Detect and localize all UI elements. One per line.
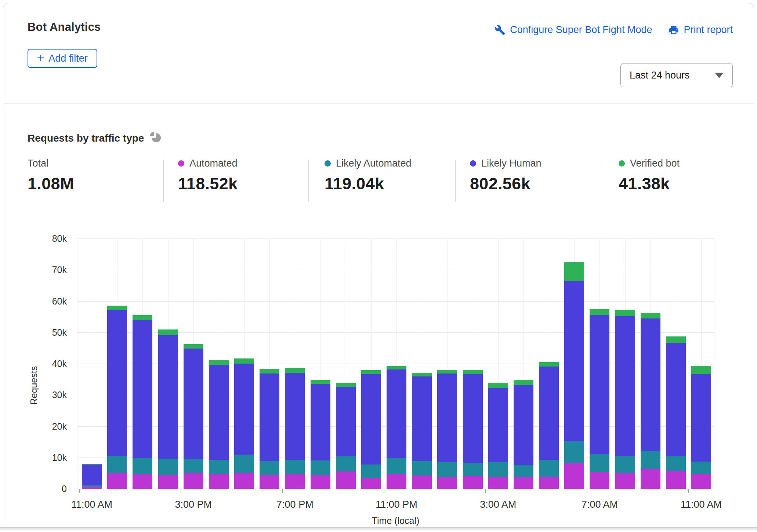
bar-2-00-pm[interactable]	[158, 329, 178, 489]
configure-super-bot-fight-mode-link[interactable]: Configure Super Bot Fight Mode	[495, 24, 652, 36]
automated-segment	[387, 474, 406, 489]
bar-8-00-pm[interactable]	[311, 380, 330, 489]
bar-6-00-pm[interactable]	[260, 369, 279, 489]
y-axis-tick-label: 10k	[34, 452, 67, 463]
bar-12-00-am[interactable]	[412, 373, 432, 489]
verified-bot-segment	[184, 344, 203, 349]
automated-segment	[285, 474, 305, 489]
verified-bot-segment	[691, 366, 711, 374]
verified-bot-segment	[514, 380, 533, 385]
legend-dot	[470, 160, 476, 167]
stat-divider	[601, 160, 601, 202]
verified-bot-segment	[666, 336, 686, 343]
bar-8-00-am[interactable]	[615, 310, 635, 489]
bottom-strip	[0, 527, 757, 530]
header-divider	[3, 103, 754, 103]
likely-human-segment	[514, 385, 533, 465]
likely-automated-segment	[666, 456, 686, 471]
time-range-value: Last 24 hours	[630, 70, 690, 81]
likely-human-segment	[641, 318, 660, 451]
bar-2-00-am[interactable]	[463, 370, 483, 489]
x-axis-tick-label: 7:00 AM	[582, 499, 618, 510]
add-filter-button[interactable]: + Add filter	[28, 49, 97, 68]
configure-link-label: Configure Super Bot Fight Mode	[510, 24, 652, 36]
legend-dot	[178, 160, 184, 167]
automated-segment	[539, 477, 559, 489]
bar-9-00-am[interactable]	[641, 313, 660, 489]
x-axis-tick-mark	[79, 489, 80, 493]
likely-automated-segment	[691, 462, 711, 474]
bar-10-00-am[interactable]	[666, 336, 686, 489]
verified-bot-segment	[107, 306, 127, 310]
stat-label: Automated	[189, 158, 238, 169]
bar-4-00-am[interactable]	[514, 380, 533, 489]
plus-icon: +	[37, 52, 44, 64]
likely-automated-segment	[463, 463, 483, 476]
bar-1-00-am[interactable]	[437, 370, 457, 489]
wrench-icon	[495, 25, 506, 36]
stat-likely-automated[interactable]: Likely Automated119.04k	[325, 158, 412, 193]
stat-verified-bot[interactable]: Verified bot41.38k	[619, 158, 680, 193]
bar-6-00-am[interactable]	[564, 262, 584, 489]
likely-automated-segment	[514, 465, 533, 477]
bar-11-00-am[interactable]	[82, 464, 102, 489]
bar-3-00-pm[interactable]	[184, 344, 203, 489]
section-heading-label: Requests by traffic type	[28, 132, 144, 144]
bar-5-00-am[interactable]	[539, 362, 559, 489]
y-axis-tick-label: 50k	[34, 327, 67, 338]
likely-automated-segment	[437, 462, 457, 477]
verified-bot-segment	[158, 329, 178, 335]
bar-5-00-pm[interactable]	[234, 358, 254, 489]
likely-human-segment	[311, 384, 330, 460]
bar-4-00-pm[interactable]	[209, 360, 229, 489]
bar-3-00-am[interactable]	[488, 383, 508, 489]
likely-automated-segment	[361, 464, 381, 478]
automated-segment	[234, 473, 254, 489]
y-axis-tick-label: 70k	[34, 265, 67, 275]
legend-dot	[619, 160, 625, 167]
bar-1-00-pm[interactable]	[133, 315, 152, 489]
likely-human-segment	[615, 316, 635, 456]
pie-chart-icon	[150, 131, 161, 145]
verified-bot-segment	[615, 310, 635, 316]
stat-automated[interactable]: Automated118.52k	[178, 158, 238, 193]
likely-human-segment	[590, 315, 609, 454]
stat-label: Likely Human	[481, 158, 542, 169]
gridline-vertical	[77, 238, 77, 489]
stat-value: 802.56k	[470, 174, 542, 193]
likely-human-segment	[463, 374, 483, 463]
likely-automated-segment	[209, 460, 229, 474]
y-axis-tick-label: 20k	[34, 421, 67, 431]
likely-automated-segment	[107, 456, 127, 473]
likely-human-segment	[691, 374, 711, 462]
y-axis-tick-label: 60k	[34, 296, 67, 306]
likely-automated-segment	[387, 458, 406, 474]
verified-bot-segment	[82, 464, 102, 464]
x-axis-tick-label: 11:00 AM	[681, 499, 722, 510]
verified-bot-segment	[437, 370, 457, 374]
bar-11-00-am[interactable]	[691, 366, 711, 489]
time-range-select[interactable]: Last 24 hours	[620, 63, 733, 87]
likely-human-segment	[133, 320, 152, 458]
bar-10-00-pm[interactable]	[361, 370, 381, 489]
bar-7-00-pm[interactable]	[285, 368, 305, 489]
verified-bot-segment	[133, 315, 152, 320]
bar-9-00-pm[interactable]	[336, 383, 356, 489]
automated-segment	[133, 474, 152, 489]
likely-human-segment	[260, 374, 279, 461]
likely-human-segment	[361, 374, 381, 464]
automated-segment	[82, 487, 102, 489]
likely-human-segment	[666, 343, 686, 456]
header-actions: Configure Super Bot Fight Mode Print rep…	[495, 24, 733, 36]
automated-segment	[514, 477, 533, 489]
bar-7-00-am[interactable]	[590, 309, 609, 489]
bar-12-00-pm[interactable]	[107, 306, 127, 489]
verified-bot-segment	[539, 362, 559, 367]
stat-likely-human[interactable]: Likely Human802.56k	[470, 158, 542, 193]
x-axis-tick-label: 11:00 AM	[71, 499, 112, 510]
likely-automated-segment	[184, 459, 203, 473]
automated-segment	[107, 473, 127, 489]
bar-11-00-pm[interactable]	[387, 366, 406, 489]
likely-automated-segment	[590, 454, 609, 472]
print-report-link[interactable]: Print report	[668, 24, 733, 36]
